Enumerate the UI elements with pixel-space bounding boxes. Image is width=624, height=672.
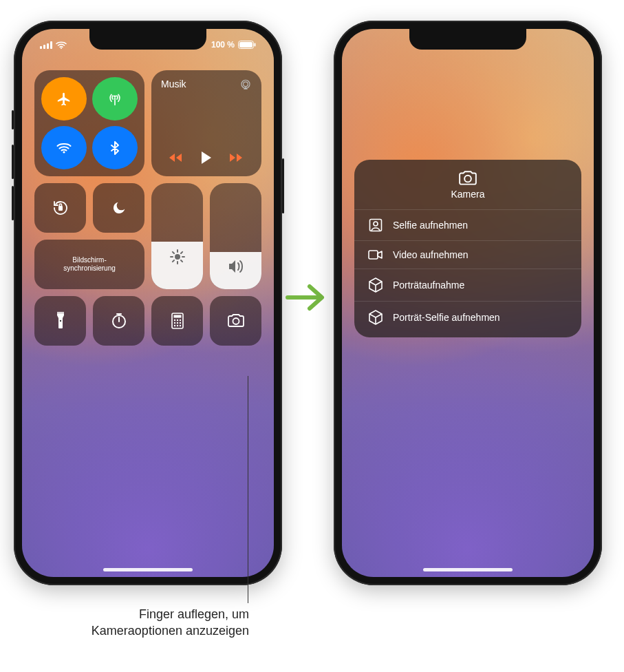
home-indicator[interactable] [423,568,513,571]
svg-rect-12 [58,206,63,211]
antenna-icon [108,92,122,106]
wifi-toggle[interactable] [41,126,87,169]
camera-menu-item-selfie[interactable]: Selfie aufnehmen [354,209,581,240]
cellular-toggle[interactable] [92,77,138,120]
svg-point-23 [179,322,180,324]
svg-point-18 [173,319,175,321]
side-button [12,110,14,129]
svg-rect-31 [369,251,378,259]
flashlight-button[interactable] [34,296,86,346]
svg-point-20 [179,319,180,321]
svg-point-27 [233,318,239,324]
battery-icon [238,41,256,49]
wifi-icon [56,143,72,154]
airplane-icon [56,92,72,107]
portrait-person-icon [368,218,383,232]
svg-point-30 [374,222,378,226]
illustration-stage: 100 % [0,0,624,672]
bluetooth-toggle[interactable] [92,126,138,169]
battery-label: 100 % [211,40,235,50]
notch [89,29,206,50]
camera-icon [458,171,477,186]
notch [409,29,526,50]
prev-track-button[interactable] [169,153,183,162]
arrow-right-icon [285,282,326,313]
svg-rect-2 [47,43,49,49]
moon-icon [111,200,127,216]
camera-menu-item-video[interactable]: Video aufnehmen [354,240,581,269]
timer-button[interactable] [93,296,144,346]
camera-menu-item-label: Porträt-Selfie aufnehmen [393,312,500,323]
calculator-button[interactable] [151,296,203,346]
next-track-button[interactable] [230,153,244,162]
svg-rect-7 [255,43,256,47]
video-icon [368,249,383,260]
screen-right: Kamera Selfie aufnehmen Video aufnehmen [342,29,594,577]
cube-icon [368,310,383,325]
volume-icon [228,259,244,274]
music-module[interactable]: Musik [151,70,261,176]
svg-point-13 [175,254,180,260]
svg-point-9 [63,151,65,153]
camera-menu-item-label: Video aufnehmen [393,249,469,260]
bluetooth-icon [111,141,119,155]
brightness-icon [169,249,186,265]
brightness-slider[interactable] [151,183,203,289]
svg-rect-17 [173,315,181,318]
camera-context-menu: Kamera Selfie aufnehmen Video aufnehmen [354,160,581,337]
svg-point-24 [173,325,175,326]
svg-point-28 [464,176,471,182]
iphone-frame-left: 100 % [14,21,282,585]
cellular-bars-icon [40,41,52,49]
side-button [12,186,14,220]
control-center-grid: Musik [34,70,261,346]
music-title: Musik [161,78,186,90]
iphone-frame-right: Kamera Selfie aufnehmen Video aufnehmen [334,21,602,585]
callout-leader-line [248,376,248,603]
svg-point-4 [61,48,62,49]
flashlight-icon [56,312,65,330]
camera-menu-item-label: Selfie aufnehmen [393,220,468,231]
svg-rect-6 [239,42,252,48]
screen-mirroring-label: Bildschirm- synchronisierung [59,256,120,273]
screen-mirroring-button[interactable]: Bildschirm- synchronisierung [34,240,144,289]
volume-slider[interactable] [210,183,261,289]
svg-point-25 [176,325,177,326]
camera-menu-item-portrait[interactable]: Porträtaufnahme [354,269,581,301]
svg-point-11 [244,82,248,87]
orientation-lock-icon [52,199,69,217]
connectivity-module[interactable] [34,70,144,176]
airplane-toggle[interactable] [41,77,87,120]
timer-icon [111,313,127,329]
camera-menu-item-portrait-selfie[interactable]: Porträt-Selfie aufnehmen [354,301,581,333]
svg-rect-3 [50,41,52,49]
svg-point-8 [114,95,116,97]
svg-point-14 [59,320,61,322]
camera-menu-header: Kamera [354,171,581,209]
svg-point-26 [179,325,180,326]
side-button [282,158,284,213]
play-button[interactable] [201,151,212,164]
svg-point-19 [176,319,177,321]
camera-icon [227,314,245,328]
camera-button[interactable] [210,296,261,346]
camera-menu-title: Kamera [451,189,484,200]
svg-rect-0 [40,46,42,49]
dnd-toggle[interactable] [93,183,144,233]
svg-point-21 [173,322,175,324]
screen-left: 100 % [22,29,274,577]
home-indicator[interactable] [103,568,193,571]
camera-menu-item-label: Porträtaufnahme [393,280,464,291]
svg-rect-1 [43,45,45,49]
svg-rect-29 [370,220,382,231]
callout-text: Finger auflegen, um Kameraoptionen anzuz… [73,606,249,640]
orientation-lock-toggle[interactable] [34,183,86,233]
side-button [12,145,14,179]
calculator-icon [171,313,184,329]
airplay-icon[interactable] [239,78,252,91]
wifi-status-icon [56,41,67,49]
cube-icon [368,277,383,293]
svg-point-22 [176,322,177,324]
